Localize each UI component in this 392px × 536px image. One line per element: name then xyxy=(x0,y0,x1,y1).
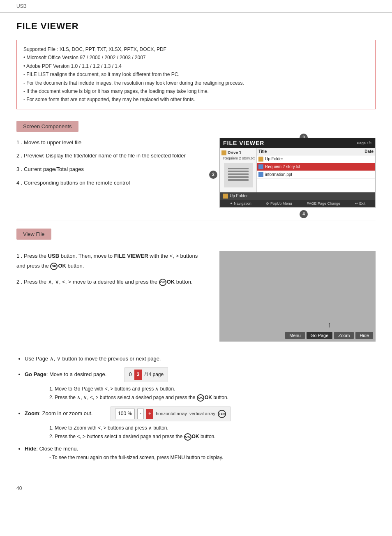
screen-components-list: 1 . Moves to upper level file 2 . Previe… xyxy=(16,138,207,208)
fv-preview-box xyxy=(224,163,253,187)
fv-mockup-wrapper: 3 2 1 4 FILE VIEWER Page 1/1 xyxy=(219,138,376,208)
view-file-section: View File 1 . Press the USB button. Then… xyxy=(16,229,376,342)
supported-files: Supported File : XLS, DOC, PPT, TXT, XLS… xyxy=(23,45,369,53)
page-footer-number: 40 xyxy=(0,481,392,495)
fv-footer-exit[interactable]: ↩ Exit xyxy=(355,201,366,206)
ok-icon-2: OK xyxy=(159,279,166,286)
fv-drive-label: Drive 1 xyxy=(221,150,255,155)
doc-icon xyxy=(258,164,263,169)
fv-footer-page[interactable]: PAGE Page Change xyxy=(307,201,340,206)
bullet-hide: Hide: Close the menu. - To see the menu … xyxy=(25,444,376,462)
zoom-ok-circle[interactable]: ⊙OK xyxy=(218,410,226,418)
zoom-substeps: 1. Move to Zoom with <, > buttons and pr… xyxy=(49,424,376,441)
bullet-zoom: Zoom: Zoom in or zoom out. 100 % - + hor… xyxy=(25,405,376,441)
hide-substep: - To see the menu again on the full-size… xyxy=(49,453,376,462)
go-page-step2: 2. Press the ∧, ∨, <, > buttons select a… xyxy=(49,393,376,402)
zoom-control-box: 100 % - + horizontal array vertical arra… xyxy=(111,407,231,421)
zoom-step2: 2. Press the <, > buttons select a desir… xyxy=(49,432,376,441)
info-sub3: - If the document volume is big or it ha… xyxy=(23,87,369,95)
fv-sidebar: Drive 1 Requiem 2 story.txt xyxy=(220,148,257,192)
toolbar-gopage-btn[interactable]: Go Page xyxy=(307,332,332,339)
info-sub1: - FILE LIST realigns the document, so it… xyxy=(23,70,369,79)
screen-components-header: Screen Components xyxy=(16,121,78,132)
ok-icon-1: OK xyxy=(50,263,58,270)
up-folder-icon xyxy=(223,194,228,199)
toolbar-arrow: ↑ xyxy=(327,321,331,329)
fv-footer-popup[interactable]: ⊙ PopUp Menu xyxy=(266,201,292,206)
bullet-section: Use Page ∧, ∨ button to move the previou… xyxy=(16,354,376,462)
ok-icon-gopage: OK xyxy=(197,394,204,402)
adobe-pdf-bullet: • Adobe PDF Version 1.0 / 1.1 / 1.2 / 1.… xyxy=(23,62,369,70)
bullet-page-nav: Use Page ∧, ∨ button to move the previou… xyxy=(25,354,376,363)
zoom-horizontal: horizontal array xyxy=(156,410,187,418)
folder-icon xyxy=(258,157,263,162)
ok-icon-zoom: OK xyxy=(184,433,191,441)
fv-mockup: FILE VIEWER Page 1/1 Drive 1 Requiem 2 s… xyxy=(219,138,376,208)
zoom-percent: 100 % xyxy=(115,409,135,419)
page-title: FILE VIEWER xyxy=(16,21,376,32)
viewer-preview: Menu Go Page Zoom Hide ↑ xyxy=(219,251,376,342)
fv-body: Drive 1 Requiem 2 story.txt Tit xyxy=(220,148,375,192)
go-page-current[interactable]: 3 xyxy=(134,370,142,380)
fv-up-folder-bar[interactable]: Up Folder xyxy=(220,192,375,200)
usb-label: USB xyxy=(16,3,27,9)
fv-mockup-header: FILE VIEWER Page 1/1 xyxy=(220,138,375,148)
doc-icon-2 xyxy=(258,172,263,177)
toolbar-menu-btn[interactable]: Menu xyxy=(285,332,305,339)
zoom-minus-btn[interactable]: - xyxy=(137,409,144,419)
annotation-4: 4 xyxy=(300,210,308,218)
info-sub4: - For some fonts that are not supported,… xyxy=(23,95,369,104)
info-box: Supported File : XLS, DOC, PPT, TXT, XLS… xyxy=(16,40,376,109)
zoom-vertical: vertical array xyxy=(189,410,215,418)
go-page-zero: 0 xyxy=(129,370,132,379)
fv-list-header: Title Date xyxy=(257,148,375,155)
fv-drive-sublabel: Requiem 2 story.txt xyxy=(223,156,255,160)
view-file-steps: 1 . Press the USB button. Then, move to … xyxy=(16,251,207,342)
fv-list-item-requiem[interactable]: Requiem 2 story.txt xyxy=(257,163,375,171)
fv-footer-nav[interactable]: ✦ Navigation xyxy=(230,201,251,206)
fv-list: Title Date Up Folder Requiem 2 story.txt xyxy=(257,148,375,192)
annotation-2: 2 xyxy=(209,171,217,179)
toolbar-zoom-btn[interactable]: Zoom xyxy=(334,332,354,339)
go-page-total: /14 page xyxy=(144,370,164,379)
go-page-step1: 1. Move to Go Page with <, > buttons and… xyxy=(49,385,376,394)
viewer-toolbar: Menu Go Page Zoom Hide xyxy=(283,329,376,342)
fv-list-item-info[interactable]: information.ppt xyxy=(257,171,375,179)
go-page-substeps: 1. Move to Go Page with <, > buttons and… xyxy=(49,385,376,402)
toolbar-hide-btn[interactable]: Hide xyxy=(355,332,373,339)
zoom-step1: 1. Move to Zoom with <, > buttons and pr… xyxy=(49,424,376,433)
ms-office-bullet: • Microsoft Office Version 97 / 2000 / 2… xyxy=(23,53,369,62)
zoom-plus-btn[interactable]: + xyxy=(146,409,153,419)
viewer-preview-area: Menu Go Page Zoom Hide ↑ xyxy=(219,251,376,342)
fv-page-indicator: Page 1/1 xyxy=(357,141,372,145)
fv-footer: ✦ Navigation ⊙ PopUp Menu PAGE Page Chan… xyxy=(220,200,375,207)
go-page-input-box: 0 3 /14 page xyxy=(125,367,168,382)
bullet-gopage: Go Page: Move to a desired page. 0 3 /14… xyxy=(25,366,376,402)
info-sub2: - For the documents that include images,… xyxy=(23,79,369,87)
fv-preview-lines xyxy=(228,168,249,182)
view-file-header: View File xyxy=(16,229,51,240)
fv-list-item-upfolder[interactable]: Up Folder xyxy=(257,155,375,163)
